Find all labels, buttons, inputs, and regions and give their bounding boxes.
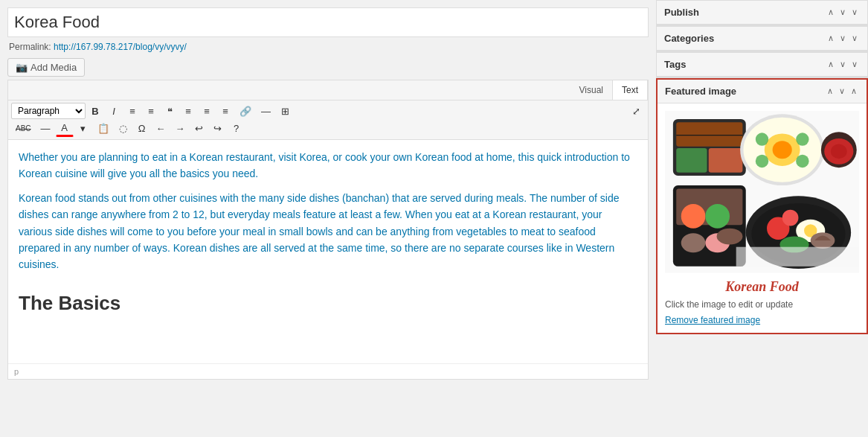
special-char-button[interactable]: Ω: [133, 121, 151, 136]
svg-rect-2: [676, 122, 742, 147]
featured-image-body: Korean Food Click the image to edit or u…: [658, 103, 867, 333]
editor-content-area[interactable]: Whether you are planning to eat in a Kor…: [8, 140, 648, 363]
svg-point-16: [831, 144, 847, 159]
editor-toolbar: Paragraph Heading 1 Heading 2 Heading 3 …: [8, 101, 648, 140]
tags-panel: Tags ∧ ∨ ∨: [656, 52, 868, 77]
post-title-input[interactable]: [7, 7, 649, 37]
blockquote-button[interactable]: ❝: [161, 103, 179, 119]
svg-point-12: [756, 155, 768, 168]
text-color-button[interactable]: A: [56, 120, 74, 137]
align-right-button[interactable]: ≡: [216, 103, 234, 119]
ordered-list-button[interactable]: ≡: [142, 103, 160, 119]
tags-collapse-toggle[interactable]: ∨: [849, 59, 860, 70]
add-media-icon: 📷: [16, 62, 28, 73]
outdent-button[interactable]: ←: [152, 121, 170, 136]
featured-image-panel: Featured image ∧ ∨ ∧: [656, 78, 868, 334]
tags-panel-title: Tags: [664, 59, 826, 70]
tab-visual[interactable]: Visual: [570, 80, 612, 100]
toolbar-row-2: ABC — A ▾ 📋 ◌ Ω ← → ↩ ↪ ?: [11, 120, 645, 137]
color-picker-button[interactable]: ▾: [74, 121, 92, 136]
footer-tag: p: [14, 367, 19, 376]
featured-image-svg[interactable]: [665, 111, 859, 273]
publish-panel-title: Publish: [664, 7, 826, 18]
publish-collapse-toggle[interactable]: ∨: [849, 7, 860, 18]
publish-panel-controls: ∧ ∨ ∨: [826, 7, 860, 18]
featured-image-collapse-up[interactable]: ∧: [825, 86, 835, 97]
format-select[interactable]: Paragraph Heading 1 Heading 2 Heading 3 …: [11, 103, 86, 119]
tags-panel-controls: ∧ ∨ ∨: [826, 59, 860, 70]
tab-text[interactable]: Text: [612, 80, 648, 100]
permalink-label: Permalink:: [9, 42, 51, 52]
svg-rect-32: [736, 247, 859, 267]
categories-panel-title: Categories: [664, 33, 826, 44]
indent-button[interactable]: →: [171, 121, 190, 136]
remove-featured-image-link[interactable]: Remove featured image: [665, 315, 760, 325]
svg-point-19: [681, 204, 706, 229]
editor-footer: p: [8, 363, 648, 379]
categories-panel: Categories ∧ ∨ ∨: [656, 26, 868, 51]
svg-point-13: [796, 155, 808, 168]
featured-image-hint: Click the image to edit or update: [665, 299, 859, 310]
tags-collapse-up[interactable]: ∧: [826, 59, 836, 70]
align-left-button[interactable]: ≡: [179, 103, 197, 119]
clear-format-button[interactable]: ◌: [115, 121, 132, 136]
featured-image-caption: Korean Food: [665, 279, 859, 295]
featured-image-panel-controls: ∧ ∨ ∧: [825, 86, 859, 97]
editor-container: Visual Text Paragraph Heading 1 Heading …: [7, 80, 649, 380]
svg-point-9: [773, 141, 792, 159]
content-heading: The Basics: [19, 288, 637, 319]
featured-image-panel-header[interactable]: Featured image ∧ ∨ ∧: [658, 80, 867, 103]
categories-collapse-up[interactable]: ∧: [826, 33, 836, 44]
expand-button[interactable]: ⤢: [627, 103, 645, 119]
featured-image-panel-title: Featured image: [665, 86, 825, 97]
content-para-1: Whether you are planning to eat in a Kor…: [19, 149, 637, 182]
svg-point-27: [782, 210, 799, 226]
sidebar: Publish ∧ ∨ ∨ Categories ∧ ∨ ∨: [656, 0, 868, 437]
align-center-button[interactable]: ≡: [198, 103, 216, 119]
svg-point-21: [681, 233, 706, 252]
editor-main: Permalink: http://167.99.78.217/blog/vy/…: [0, 0, 656, 437]
italic-button[interactable]: I: [105, 103, 123, 119]
unordered-list-button[interactable]: ≡: [123, 103, 141, 119]
categories-collapse-toggle[interactable]: ∨: [849, 33, 860, 44]
content-para-2: Korean food stands out from other cuisin…: [19, 190, 637, 273]
paste-as-text-button[interactable]: 📋: [93, 121, 114, 136]
tags-panel-header[interactable]: Tags ∧ ∨ ∨: [657, 53, 867, 77]
svg-rect-4: [709, 148, 743, 173]
publish-panel: Publish ∧ ∨ ∨: [656, 0, 868, 25]
categories-panel-controls: ∧ ∨ ∨: [826, 33, 860, 44]
link-button[interactable]: 🔗: [235, 103, 256, 119]
add-media-label: Add Media: [30, 62, 77, 73]
svg-point-23: [717, 229, 743, 245]
svg-point-11: [796, 133, 808, 145]
add-media-button[interactable]: 📷 Add Media: [7, 58, 85, 77]
featured-image-wrapper[interactable]: [665, 111, 859, 273]
publish-collapse-down[interactable]: ∨: [838, 7, 848, 18]
svg-point-10: [756, 133, 768, 145]
tags-collapse-down[interactable]: ∨: [838, 59, 848, 70]
categories-collapse-down[interactable]: ∨: [838, 33, 848, 44]
permalink-url[interactable]: http://167.99.78.217/blog/vy/vyvy/: [54, 42, 187, 52]
svg-point-20: [705, 204, 730, 229]
help-button[interactable]: ?: [228, 121, 245, 136]
publish-collapse-up[interactable]: ∧: [826, 7, 836, 18]
editor-tab-bar: Visual Text: [8, 80, 648, 101]
redo-button[interactable]: ↪: [209, 121, 227, 136]
table-button[interactable]: ⊞: [276, 103, 294, 119]
svg-rect-3: [676, 148, 707, 173]
categories-panel-header[interactable]: Categories ∧ ∨ ∨: [657, 27, 867, 51]
bold-button[interactable]: B: [86, 103, 104, 119]
undo-button[interactable]: ↩: [190, 121, 208, 136]
featured-image-collapse-down[interactable]: ∨: [837, 86, 847, 97]
horizontal-rule-button[interactable]: —: [257, 103, 275, 119]
hr-button[interactable]: —: [36, 121, 55, 136]
featured-image-collapse-toggle[interactable]: ∧: [849, 86, 859, 97]
toolbar-row-1: Paragraph Heading 1 Heading 2 Heading 3 …: [11, 103, 645, 119]
publish-panel-header[interactable]: Publish ∧ ∨ ∨: [657, 1, 867, 25]
permalink-bar: Permalink: http://167.99.78.217/blog/vy/…: [7, 42, 649, 52]
strikethrough-button[interactable]: ABC: [11, 122, 36, 135]
